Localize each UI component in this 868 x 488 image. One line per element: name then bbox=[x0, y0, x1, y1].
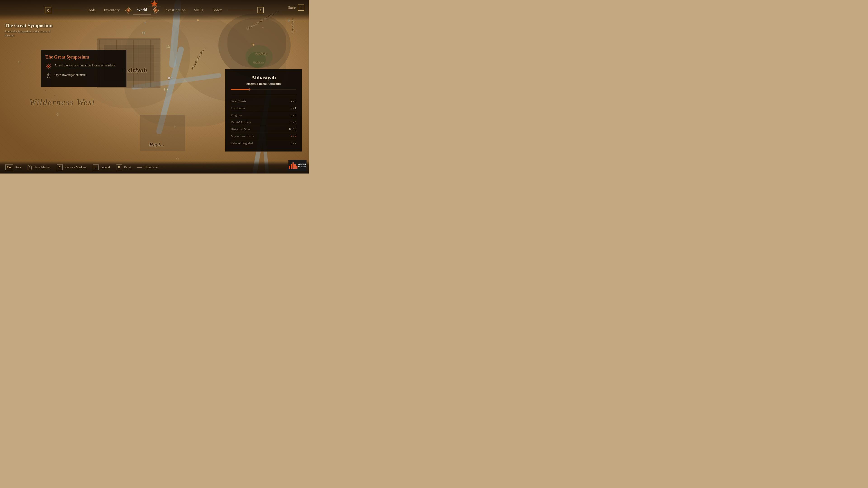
bottom-action-bar: Esc Back Place Marker C Remove Markers L… bbox=[0, 161, 309, 173]
objective-1-text: Attend the Symposium at the House of Wis… bbox=[55, 63, 115, 68]
svg-line-16 bbox=[47, 68, 48, 68]
stat-label-artifacts: Dervis' Artifacts bbox=[231, 121, 252, 124]
small-marker-5 bbox=[176, 158, 179, 160]
action-reset[interactable]: R Reset bbox=[116, 164, 131, 170]
reset-label: Reset bbox=[124, 166, 131, 169]
svg-point-19 bbox=[48, 74, 49, 75]
quest-objective-2: Open Investigation menu bbox=[45, 73, 122, 79]
nav-item-skills[interactable]: Skills bbox=[190, 6, 208, 14]
gg-text: GAMERGUIDES bbox=[298, 163, 306, 168]
nav-key-q[interactable]: Q bbox=[45, 7, 51, 13]
gg-bar-2 bbox=[291, 164, 292, 169]
nav-diamond-icon2 bbox=[152, 6, 159, 14]
quest-objective-1: Attend the Symposium at the House of Wis… bbox=[45, 63, 122, 70]
map-marker-cross2: × bbox=[296, 29, 298, 33]
hide-panel-label: Hide Panel bbox=[145, 166, 158, 169]
mouse-button-icon bbox=[28, 165, 32, 170]
svg-point-6 bbox=[155, 9, 156, 11]
quest-popup-card: The Great Symposium Attend the Symposium… bbox=[41, 50, 127, 87]
region-title: Abbasiyah bbox=[231, 74, 296, 80]
action-back[interactable]: Esc Back bbox=[5, 164, 21, 170]
popup-title: The Great Symposium bbox=[45, 55, 122, 60]
stat-row-artifacts: Dervis' Artifacts 3 / 4 bbox=[231, 119, 296, 126]
stat-row-historical: Historical Sites 0 / 15 bbox=[231, 126, 296, 133]
gamer-guides-logo: GAMERGUIDES bbox=[288, 160, 307, 171]
stat-value-enigmas: 0 / 3 bbox=[291, 113, 296, 117]
r-key: R bbox=[116, 164, 122, 170]
svg-line-15 bbox=[50, 65, 51, 65]
map-marker-circle bbox=[164, 88, 168, 91]
small-marker-3 bbox=[174, 126, 176, 128]
stat-value-historical: 0 / 15 bbox=[289, 128, 296, 131]
place-marker-label: Place Marker bbox=[33, 166, 51, 169]
action-remove-markers[interactable]: C Remove Markers bbox=[57, 164, 86, 170]
region-rank: Suggested Rank: Apprentice bbox=[231, 82, 296, 86]
rank-value: Apprentice bbox=[268, 82, 281, 86]
stat-label-enigmas: Enigmas bbox=[231, 113, 242, 117]
store-label: Store bbox=[288, 6, 296, 10]
small-marker-1 bbox=[18, 61, 20, 63]
gg-bar-4 bbox=[294, 164, 296, 169]
mouse-icon bbox=[45, 73, 52, 79]
back-label: Back bbox=[15, 166, 21, 169]
stat-row-enigmas: Enigmas 0 / 3 bbox=[231, 112, 296, 119]
nav-diamond-icon bbox=[125, 6, 132, 14]
map-marker-x1: ✕ bbox=[144, 20, 147, 25]
gg-bar-3 bbox=[292, 162, 294, 169]
nav-item-investigation[interactable]: Investigation bbox=[160, 6, 190, 14]
objective-2-text: Open Investigation menu bbox=[55, 73, 87, 77]
action-legend[interactable]: L Legend bbox=[93, 164, 110, 170]
dash-icon bbox=[137, 167, 142, 168]
stat-label-historical: Historical Sites bbox=[231, 128, 250, 131]
sunburst-icon bbox=[45, 63, 52, 70]
map-marker-small1 bbox=[143, 32, 145, 34]
stat-row-tales: Tales of Baghdad 0 / 2 bbox=[231, 140, 296, 147]
store-key: T bbox=[298, 4, 304, 11]
l-key: L bbox=[93, 164, 98, 170]
store-button[interactable]: Store T bbox=[288, 4, 304, 11]
map-marker-pin3: ○ bbox=[262, 26, 264, 29]
legend-label: Legend bbox=[100, 166, 110, 169]
svg-line-13 bbox=[47, 65, 48, 65]
nav-items: Q Tools Inventory World Investigati bbox=[43, 6, 266, 14]
map-marker-pin4: 🏛 bbox=[167, 45, 170, 48]
action-place-marker[interactable]: Place Marker bbox=[28, 165, 51, 170]
stat-label-shards: Mysterious Shards bbox=[231, 135, 254, 138]
stat-value-gear: 2 / 6 bbox=[291, 100, 296, 103]
svg-point-3 bbox=[128, 9, 129, 11]
esc-key: Esc bbox=[5, 164, 13, 170]
stat-label-gear: Gear Chests bbox=[231, 100, 246, 103]
panel-divider bbox=[231, 95, 296, 95]
stat-value-books: 0 / 1 bbox=[291, 107, 296, 110]
rank-tick bbox=[249, 88, 250, 91]
stat-value-shards: 2 / 2 bbox=[291, 135, 296, 138]
stat-label-tales: Tales of Baghdad bbox=[231, 142, 253, 145]
stat-label-books: Lost Books bbox=[231, 107, 245, 110]
region-panel: Abbasiyah Suggested Rank: Apprentice Gea… bbox=[225, 69, 302, 152]
gg-bar-5 bbox=[296, 166, 298, 169]
gg-bar-1 bbox=[289, 166, 290, 169]
stat-value-tales: 0 / 2 bbox=[291, 142, 296, 145]
stat-row-shards: Mysterious Shards 2 / 2 bbox=[231, 133, 296, 140]
top-navigation: Q Tools Inventory World Investigati bbox=[0, 0, 309, 20]
nav-item-tools[interactable]: Tools bbox=[83, 6, 100, 14]
remove-markers-label: Remove Markers bbox=[64, 166, 86, 169]
svg-point-8 bbox=[48, 66, 49, 67]
small-marker-2 bbox=[57, 113, 59, 116]
c-key: C bbox=[57, 164, 63, 170]
rank-progress-bar bbox=[231, 89, 296, 90]
map-marker-pin2: ◆ bbox=[252, 43, 254, 46]
stat-row-lost-books: Lost Books 0 / 1 bbox=[231, 105, 296, 112]
nav-item-inventory[interactable]: Inventory bbox=[100, 6, 124, 14]
action-hide-panel[interactable]: Hide Panel bbox=[137, 166, 158, 169]
rank-bar-fill bbox=[231, 89, 250, 90]
stat-value-artifacts: 3 / 4 bbox=[291, 121, 296, 124]
nav-key-e[interactable]: E bbox=[257, 7, 264, 13]
svg-line-14 bbox=[50, 68, 51, 68]
gg-bars-icon bbox=[289, 162, 298, 169]
nav-item-codex[interactable]: Codex bbox=[208, 6, 226, 14]
stat-row-gear-chests: Gear Chests 2 / 6 bbox=[231, 98, 296, 105]
label-wilderness: Wilderness West bbox=[29, 97, 95, 107]
